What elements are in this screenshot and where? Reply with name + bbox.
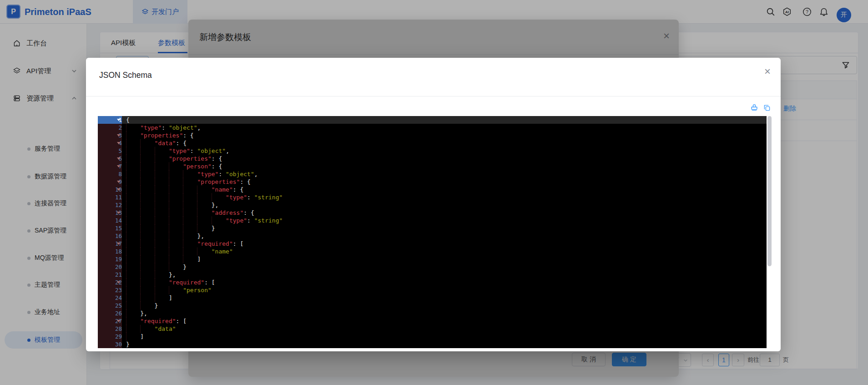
line-number[interactable]: 6 <box>98 155 122 162</box>
code-line[interactable]: 17"required": [ <box>98 240 767 248</box>
code-line[interactable]: 25} <box>98 302 767 309</box>
close-icon[interactable]: × <box>764 66 771 77</box>
fold-arrow-icon[interactable] <box>117 320 121 322</box>
indent-guide <box>126 124 140 132</box>
indent-guide <box>169 209 183 217</box>
code-line[interactable]: 22"required": [ <box>98 279 767 286</box>
code-line[interactable]: 27"required": [ <box>98 317 767 325</box>
code-line[interactable]: 23"person" <box>98 286 767 294</box>
code-line[interactable]: 7"person": { <box>98 162 767 170</box>
code-line[interactable]: 21}, <box>98 271 767 279</box>
indent-guide <box>126 139 140 147</box>
code-line[interactable]: 13"address": { <box>98 209 767 217</box>
code-line-text: "person" <box>122 286 767 294</box>
code-line-text: }, <box>122 309 767 317</box>
line-number[interactable]: 17 <box>98 240 122 248</box>
indent-guide <box>169 224 183 232</box>
line-number[interactable]: 11 <box>98 193 122 201</box>
indent-guide <box>197 224 211 232</box>
editor-scrollbar[interactable] <box>767 116 772 266</box>
code-editor[interactable]: 1{2"type": "object",3"properties": {4"da… <box>98 116 767 348</box>
fold-arrow-icon[interactable] <box>117 165 121 167</box>
line-number[interactable]: 3 <box>98 132 122 139</box>
line-number[interactable]: 14 <box>98 217 122 224</box>
line-number[interactable]: 20 <box>98 263 122 271</box>
line-number[interactable]: 29 <box>98 333 122 340</box>
code-line[interactable]: 6"properties": { <box>98 155 767 162</box>
line-number[interactable]: 19 <box>98 255 122 263</box>
code-line[interactable]: 1{ <box>98 116 767 124</box>
copy-icon[interactable] <box>763 104 772 113</box>
code-line-text: "address": { <box>122 209 767 217</box>
indent-guide <box>140 271 154 279</box>
code-line[interactable]: 29] <box>98 333 767 340</box>
code-line[interactable]: 24] <box>98 294 767 302</box>
line-number[interactable]: 27 <box>98 317 122 325</box>
indent-guide <box>155 240 169 248</box>
code-line-text: "properties": { <box>122 155 767 162</box>
code-line[interactable]: 16}, <box>98 232 767 240</box>
format-brush-icon[interactable] <box>750 103 759 112</box>
code-line[interactable]: 3"properties": { <box>98 132 767 139</box>
code-line[interactable]: 10"name": { <box>98 186 767 193</box>
code-line-text: "name" <box>122 248 767 255</box>
code-line[interactable]: 15} <box>98 224 767 232</box>
line-number[interactable]: 13 <box>98 209 122 217</box>
code-line[interactable]: 19] <box>98 255 767 263</box>
code-line[interactable]: 28"data" <box>98 325 767 333</box>
line-number[interactable]: 5 <box>98 147 122 155</box>
line-number[interactable]: 28 <box>98 325 122 333</box>
line-number[interactable]: 7 <box>98 162 122 170</box>
code-line[interactable]: 18"name" <box>98 248 767 255</box>
indent-guide <box>155 232 169 240</box>
code-line[interactable]: 9"properties": { <box>98 178 767 186</box>
line-number[interactable]: 10 <box>98 186 122 193</box>
line-number[interactable]: 25 <box>98 302 122 309</box>
fold-arrow-icon[interactable] <box>117 212 121 214</box>
line-number[interactable]: 15 <box>98 224 122 232</box>
line-number[interactable]: 30 <box>98 340 122 348</box>
indent-guide <box>140 294 154 302</box>
fold-arrow-icon[interactable] <box>117 188 121 191</box>
code-line[interactable]: 5"type": "object", <box>98 147 767 155</box>
code-line-text: "properties": { <box>122 178 767 186</box>
fold-arrow-icon[interactable] <box>117 119 121 121</box>
code-line[interactable]: 12}, <box>98 201 767 209</box>
fold-arrow-icon[interactable] <box>117 243 121 245</box>
code-line[interactable]: 2"type": "object", <box>98 124 767 132</box>
line-number[interactable]: 23 <box>98 286 122 294</box>
code-line[interactable]: 14"type": "string" <box>98 217 767 224</box>
indent-guide <box>183 248 197 255</box>
line-number[interactable]: 8 <box>98 170 122 178</box>
fold-arrow-icon[interactable] <box>117 134 121 137</box>
fold-arrow-icon[interactable] <box>117 181 121 183</box>
line-number[interactable]: 18 <box>98 248 122 255</box>
indent-guide <box>126 162 140 170</box>
indent-guide <box>140 155 154 162</box>
line-number[interactable]: 26 <box>98 309 122 317</box>
fold-arrow-icon[interactable] <box>117 281 121 284</box>
line-number[interactable]: 9 <box>98 178 122 186</box>
line-number[interactable]: 22 <box>98 279 122 286</box>
indent-guide <box>126 325 140 333</box>
line-number[interactable]: 21 <box>98 271 122 279</box>
line-number[interactable]: 16 <box>98 232 122 240</box>
fold-arrow-icon[interactable] <box>117 157 121 160</box>
line-number[interactable]: 12 <box>98 201 122 209</box>
fold-arrow-icon[interactable] <box>117 142 121 144</box>
code-line-text: }, <box>122 201 767 209</box>
code-line[interactable]: 30} <box>98 340 767 348</box>
line-number[interactable]: 24 <box>98 294 122 302</box>
code-line[interactable]: 4"data": { <box>98 139 767 147</box>
line-number[interactable]: 4 <box>98 139 122 147</box>
line-number[interactable]: 2 <box>98 124 122 132</box>
code-line-text: "properties": { <box>122 132 767 139</box>
indent-guide <box>140 286 154 294</box>
code-line[interactable]: 26}, <box>98 309 767 317</box>
code-line[interactable]: 11"type": "string" <box>98 193 767 201</box>
code-line[interactable]: 8"type": "object", <box>98 170 767 178</box>
indent-guide <box>126 178 140 186</box>
code-line[interactable]: 20} <box>98 263 767 271</box>
line-number[interactable]: 1 <box>98 116 122 124</box>
indent-guide <box>155 286 169 294</box>
